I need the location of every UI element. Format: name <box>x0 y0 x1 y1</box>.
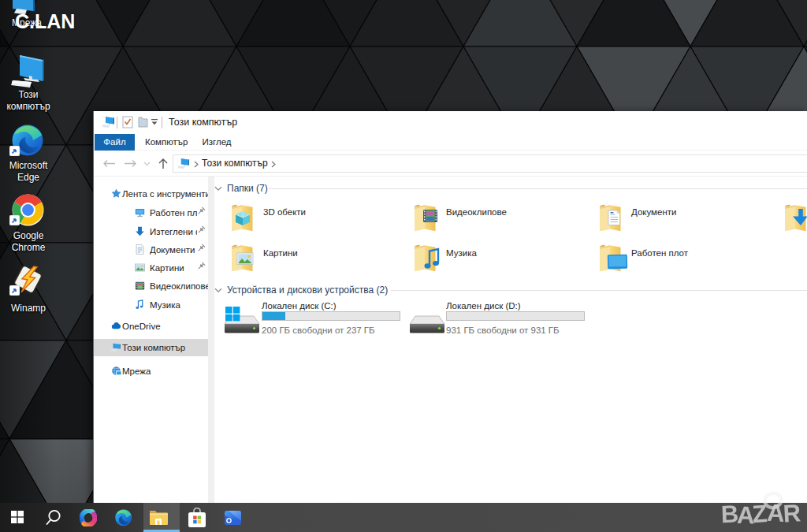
svg-text:B: B <box>720 500 738 529</box>
svg-text:R: R <box>783 499 801 527</box>
